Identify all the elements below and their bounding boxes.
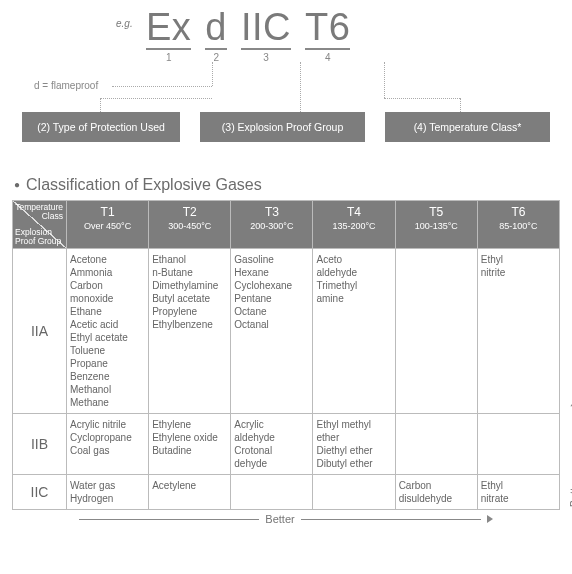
- section-title: Classification of Explosive Gases: [14, 176, 560, 194]
- col-t3: T3200-300°C: [231, 201, 313, 249]
- seg-3-text: IIC: [241, 8, 291, 50]
- gas-table-wrap: Temperature Class Explosion Proof Group …: [12, 200, 560, 510]
- cell: [477, 414, 559, 475]
- connector-line: [100, 98, 101, 112]
- col-t1: T1Over 450°C: [67, 201, 149, 249]
- arrow-right-icon: [487, 513, 493, 525]
- cell: Carbon disuldehyde: [395, 475, 477, 510]
- seg-4-num: 4: [325, 52, 331, 63]
- connector-line: [384, 62, 385, 98]
- col-t5: T5100-135°C: [395, 201, 477, 249]
- seg-1-text: Ex: [146, 8, 191, 50]
- box-temperature-class: (4) Temperature Class*: [385, 112, 550, 142]
- col-t4: T4135-200°C: [313, 201, 395, 249]
- cell: Ethyl nitrite: [477, 249, 559, 414]
- cell: Water gas Hydrogen: [67, 475, 149, 510]
- cell: [231, 475, 313, 510]
- gas-classification-table: Temperature Class Explosion Proof Group …: [12, 200, 560, 510]
- row-iia: IIA: [13, 249, 67, 414]
- connector-line: [460, 98, 461, 112]
- cell: Acrylic aldehyde Crotonal dehyde: [231, 414, 313, 475]
- seg-3-num: 3: [263, 52, 269, 63]
- cell: [395, 249, 477, 414]
- diag-header: Temperature Class Explosion Proof Group: [13, 201, 67, 249]
- diag-bottom: Explosion Proof Group: [15, 228, 66, 246]
- cell: Acetone Ammonia Carbon monoxide Ethane A…: [67, 249, 149, 414]
- cell: Ethyl nitrate: [477, 475, 559, 510]
- connector-line: [384, 98, 460, 99]
- diag-top: Temperature Class: [13, 203, 63, 221]
- table-row: IIA Acetone Ammonia Carbon monoxide Etha…: [13, 249, 560, 414]
- seg-2-num: 2: [213, 52, 219, 63]
- row-iic: IIC: [13, 475, 67, 510]
- col-t6: T685-100°C: [477, 201, 559, 249]
- eg-label: e.g.: [116, 18, 133, 29]
- cell: Gasoline Hexane Cyclohexane Pentane Octa…: [231, 249, 313, 414]
- better-bottom: Better: [12, 513, 560, 525]
- row-iib: IIB: [13, 414, 67, 475]
- seg-4-text: T6: [305, 8, 350, 50]
- header-diagram: e.g. Ex1 d2 IIC3 T64 d = flameproof (2) …: [12, 8, 560, 168]
- table-row: IIB Acrylic nitrile Cyclopropane Coal ga…: [13, 414, 560, 475]
- connector-line: [212, 62, 213, 86]
- cell: Acrylic nitrile Cyclopropane Coal gas: [67, 414, 149, 475]
- legend-boxes: (2) Type of Protection Used (3) Explosio…: [22, 112, 550, 142]
- seg-2-text: d: [205, 8, 227, 50]
- cell: Ethanol n-Butane Dimethylamine Butyl ace…: [149, 249, 231, 414]
- table-row: IIC Water gas Hydrogen Acetylene Carbon …: [13, 475, 560, 510]
- seg-1-num: 1: [166, 52, 172, 63]
- connector-line: [300, 62, 301, 112]
- better-right: Better: [568, 400, 572, 537]
- cell: [395, 414, 477, 475]
- cell: Aceto aldehyde Trimethyl amine: [313, 249, 395, 414]
- box-protection-type: (2) Type of Protection Used: [22, 112, 180, 142]
- connector-line: [100, 98, 212, 99]
- code-row: Ex1 d2 IIC3 T64: [146, 8, 350, 63]
- col-t2: T2300-450°C: [149, 201, 231, 249]
- flameproof-note: d = flameproof: [34, 80, 98, 91]
- cell: Acetylene: [149, 475, 231, 510]
- connector-line: [112, 86, 212, 87]
- cell: Ethyl methyl ether Diethyl ether Dibutyl…: [313, 414, 395, 475]
- box-explosion-group: (3) Explosion Proof Group: [200, 112, 365, 142]
- cell: [313, 475, 395, 510]
- cell: Ethylene Ethylene oxide Butadine: [149, 414, 231, 475]
- arrow-right-icon: [568, 400, 572, 406]
